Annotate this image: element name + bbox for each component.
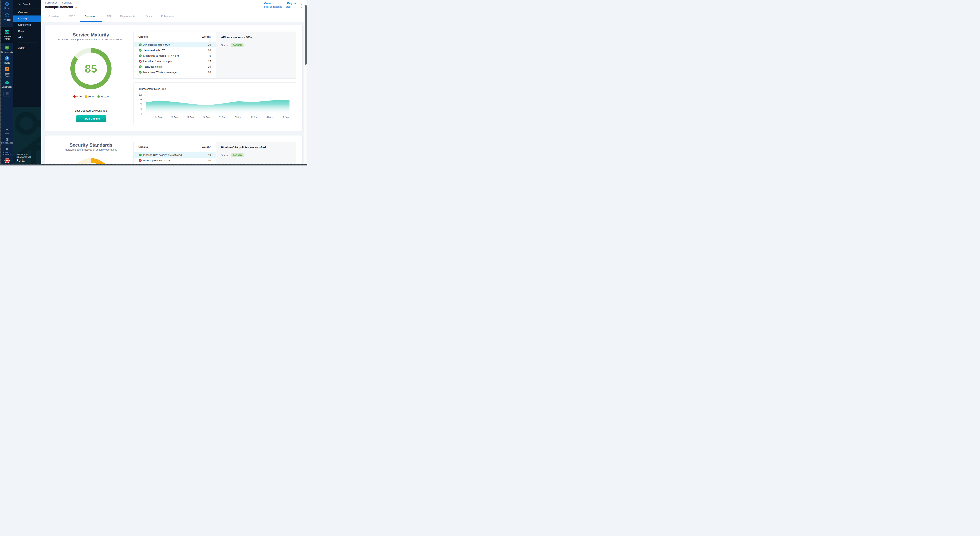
scorecard-service-maturity: Service Maturity Measures development be… bbox=[45, 25, 302, 131]
module-item-account-settings[interactable]: ACCOUNT SETTINGS bbox=[1, 147, 13, 155]
module-sidebar-footer: ? HELP DASHBOARDS ACCOUNT SETTINGS bbox=[1, 125, 13, 155]
scorecard-title: Security Standards bbox=[45, 142, 137, 148]
sidebar-item-overview[interactable]: Overview bbox=[13, 9, 41, 16]
legend-dot bbox=[97, 95, 100, 98]
tab-dependencies[interactable]: Dependencies bbox=[115, 11, 141, 22]
check-row-less-than-1-error-in-prod[interactable]: Less than 1% error in prod 15 bbox=[134, 59, 216, 64]
sidebar-item-admin[interactable]: Admin bbox=[13, 45, 41, 51]
module-item-builds[interactable]: Builds bbox=[1, 56, 13, 64]
y-axis-tick: 100 bbox=[136, 94, 142, 96]
sidebar-item-catalog[interactable]: Catalog bbox=[13, 16, 41, 22]
search-label: Search bbox=[23, 3, 30, 6]
check-passed-icon bbox=[139, 49, 142, 52]
owner-label: Owner bbox=[264, 2, 282, 5]
favorite-star-icon[interactable]: ★ bbox=[75, 5, 78, 9]
legend-dot bbox=[85, 95, 87, 98]
check-detail-panel: API success rate > 99% Status: PASSED bbox=[216, 32, 296, 78]
x-axis-tick: 24 Aug bbox=[153, 116, 164, 118]
weight-column-header: Weight bbox=[202, 35, 210, 38]
x-axis-tick: 27 Aug bbox=[200, 116, 212, 118]
module-item-feature-flags[interactable]: Feature Flags bbox=[1, 67, 13, 78]
module-item-deployments[interactable]: Deployments bbox=[1, 45, 13, 54]
module-item-home[interactable]: Home bbox=[1, 1, 13, 10]
score-legend: 0-49 50-74 75-100 bbox=[45, 95, 137, 98]
weight-column-header: Weight bbox=[202, 145, 210, 148]
kebab-menu-icon[interactable] bbox=[300, 3, 302, 8]
check-detail-panel: Pipeline OPA policies are satisfied Stat… bbox=[216, 142, 296, 165]
tab-kubernetes[interactable]: Kubernetes bbox=[156, 11, 179, 22]
dashboards-icon bbox=[5, 138, 9, 141]
nav-sidebar-items: OverviewCatalogSelf serviceDocsAPIsAdmin bbox=[13, 9, 41, 51]
check-failed-icon bbox=[139, 60, 142, 63]
scorecard-subtitle: Measures development best practices agai… bbox=[45, 38, 137, 41]
x-axis-tick: 26 Aug bbox=[185, 116, 196, 118]
check-detail-title: API success rate > 99% bbox=[221, 36, 252, 39]
sidebar-item-apis[interactable]: APIs bbox=[13, 34, 41, 41]
check-row-api-success-rate-99[interactable]: API success rate > 99% 10 bbox=[134, 42, 216, 48]
gear-icon bbox=[5, 147, 9, 151]
x-axis-tick: 28 Aug bbox=[216, 116, 228, 118]
x-axis-tick: 29 Aug bbox=[232, 116, 244, 118]
check-row-techdocs-exists[interactable]: TechDocs exists 30 bbox=[134, 64, 216, 69]
sidebar-item-self-service[interactable]: Self service bbox=[13, 22, 41, 28]
grid-icon bbox=[6, 92, 9, 95]
status-badge: PASSED bbox=[231, 43, 243, 47]
owner-link[interactable]: field_engineering bbox=[264, 5, 282, 8]
improvement-chart-panel: Improvement Over Time 100755025024 Aug25… bbox=[134, 82, 296, 125]
module-item-cloud-costs[interactable]: $ Cloud Costs bbox=[1, 80, 13, 88]
check-passed-icon bbox=[139, 154, 142, 156]
check-row-more-than-70-test-coverage[interactable]: More than 70% test coverage 20 bbox=[134, 69, 216, 75]
tab-docs[interactable]: Docs bbox=[141, 11, 156, 22]
search-button[interactable]: Search bbox=[13, 0, 41, 8]
scrollbar-thumb[interactable] bbox=[305, 5, 307, 65]
tab-overview[interactable]: Overview bbox=[44, 11, 64, 22]
scorecard-subtitle: Measures best practices of security oper… bbox=[45, 148, 137, 151]
window-edge-left bbox=[0, 0, 1, 165]
checks-table: Checks Weight Pipeline OPA policies are … bbox=[134, 142, 216, 165]
portal-eyebrow: INTERNAL DEVELOPER bbox=[16, 153, 41, 158]
avatar[interactable]: HM bbox=[5, 158, 10, 163]
check-row-mean-time-to-merge-pr-48-hr[interactable]: Mean time to merge PR < 48 hr 5 bbox=[134, 53, 216, 59]
legend-dot bbox=[73, 95, 76, 98]
scrollbar bbox=[304, 0, 307, 165]
tab-api[interactable]: API bbox=[102, 11, 115, 22]
module-item-help[interactable]: ? HELP bbox=[1, 128, 13, 135]
sidebar-item-docs[interactable]: Docs bbox=[13, 28, 41, 34]
legend-item: 50-74 bbox=[85, 95, 94, 98]
legend-item: 75-100 bbox=[97, 95, 108, 98]
y-axis-tick: 75 bbox=[136, 99, 142, 101]
module-item-projects[interactable]: Projects bbox=[1, 13, 13, 21]
status-label: Status: bbox=[221, 44, 229, 47]
svg-text:$: $ bbox=[6, 81, 8, 84]
check-failed-icon bbox=[139, 159, 142, 162]
check-row-java-version-is-lts[interactable]: Java version is LTS 20 bbox=[134, 48, 216, 53]
status-badge: PASSED bbox=[231, 153, 243, 157]
x-axis-tick: 1 Sep bbox=[280, 116, 292, 118]
harness-logo-icon bbox=[5, 1, 10, 6]
breadcrumb: COMPONENT — SERVICE bbox=[45, 2, 72, 4]
module-item-dashboards[interactable]: DASHBOARDS bbox=[1, 138, 13, 144]
check-passed-icon bbox=[139, 65, 142, 68]
developer-portal-icon bbox=[5, 29, 10, 35]
help-icon: ? bbox=[5, 128, 9, 132]
check-row-branch-protection-is-set[interactable]: Branch protection is set 30 bbox=[134, 157, 216, 163]
tab-scorecard[interactable]: Scorecard bbox=[80, 11, 102, 22]
module-item-developer-portal[interactable]: Developer Portal bbox=[1, 27, 13, 43]
check-row-pipeline-opa-policies-are-satisfied[interactable]: Pipeline OPA policies are satisfied 10 bbox=[134, 152, 216, 157]
scorecard-security-standards: Security Standards Measures best practic… bbox=[45, 135, 302, 165]
svg-text:?: ? bbox=[6, 129, 7, 130]
tab-bar: OverviewCI/CDScorecardAPIDependenciesDoc… bbox=[41, 11, 304, 22]
nav-sidebar: Search OverviewCatalogSelf serviceDocsAP… bbox=[13, 0, 41, 165]
checks-column-header: Checks bbox=[138, 35, 148, 38]
x-axis-tick: 25 Aug bbox=[169, 116, 180, 118]
portal-title: Portal bbox=[16, 159, 41, 162]
nav-decorative-pattern: INTERNAL DEVELOPER Portal bbox=[13, 107, 41, 165]
rerun-checks-button[interactable]: Rerun Checks bbox=[76, 115, 106, 122]
tab-ci-cd[interactable]: CI/CD bbox=[64, 11, 80, 22]
score-donut-chart: 85 bbox=[69, 47, 113, 90]
last-updated-text: Last Updated: 2 weeks ago bbox=[45, 109, 137, 112]
main-content: COMPONENT — SERVICE boutique-frontend ★ … bbox=[41, 0, 304, 165]
module-sidebar-items: Home Projects Developer Portal Deploymen… bbox=[1, 0, 13, 88]
page-title: boutique-frontend bbox=[45, 5, 73, 9]
module-grid-button[interactable] bbox=[3, 91, 11, 97]
